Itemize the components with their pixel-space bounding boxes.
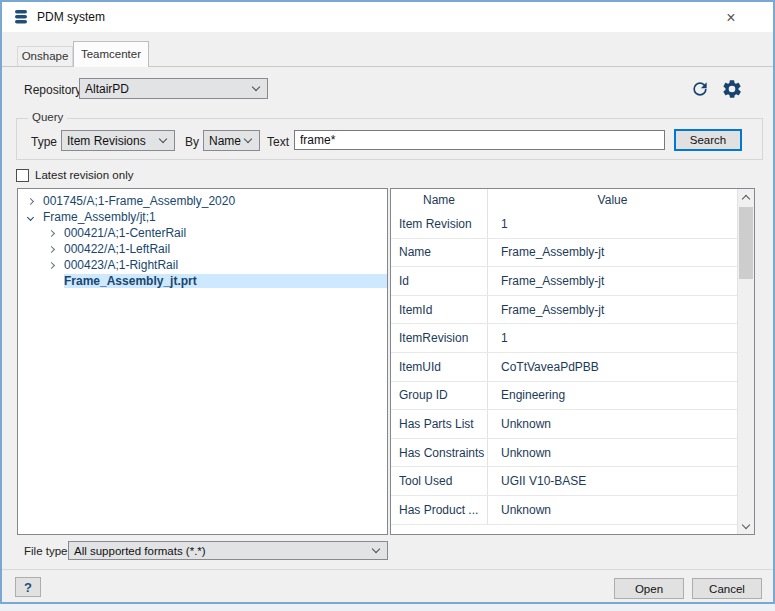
property-name-cell: Has Constraints xyxy=(391,439,488,467)
refresh-icon[interactable] xyxy=(690,79,710,103)
repository-dropdown[interactable]: AltairPD xyxy=(79,78,268,99)
table-row: ItemIdFrame_Assembly-jt xyxy=(391,296,737,325)
chevron-down-icon xyxy=(159,134,167,142)
table-header-row: NameValue xyxy=(391,189,737,210)
property-value-cell: Frame_Assembly-jt xyxy=(488,239,737,267)
database-icon xyxy=(13,9,29,25)
tree-item[interactable]: 000423/A;1-RightRail xyxy=(18,257,387,273)
property-name-cell: Tool Used xyxy=(391,467,488,495)
tab-teamcenter[interactable]: Teamcenter xyxy=(73,41,149,67)
file-type-dropdown[interactable]: All supported formats (*.*) xyxy=(68,541,388,560)
property-name-cell: ItemRevision xyxy=(391,324,488,352)
properties-panel: NameValueItem Revision1NameFrame_Assembl… xyxy=(390,188,755,535)
by-dropdown[interactable]: Name xyxy=(203,130,260,151)
help-button[interactable]: ? xyxy=(15,577,41,597)
property-value-cell: Unknown xyxy=(488,439,737,467)
table-row: Group IDEngineering xyxy=(391,382,737,411)
tree-indent xyxy=(49,279,54,284)
property-name-cell: Item Revision xyxy=(391,210,488,238)
property-value-cell: 1 xyxy=(488,324,737,352)
cancel-button[interactable]: Cancel xyxy=(692,578,762,599)
close-icon[interactable]: × xyxy=(721,8,741,28)
file-type-value: All supported formats (*.*) xyxy=(74,545,206,557)
chevron-right-icon[interactable] xyxy=(48,261,55,268)
table-row: ItemRevision1 xyxy=(391,324,737,353)
chevron-right-icon[interactable] xyxy=(27,197,34,204)
tree-item[interactable]: 000421/A;1-CenterRail xyxy=(18,225,387,241)
chevron-down-icon xyxy=(252,82,260,90)
chevron-right-icon[interactable] xyxy=(48,229,55,236)
chevron-down-icon xyxy=(372,544,380,552)
tab-onshape[interactable]: Onshape xyxy=(17,46,73,66)
by-label: By xyxy=(185,135,199,149)
tree-item[interactable]: Frame_Assembly/jt;1 xyxy=(18,209,387,225)
footer-separator xyxy=(2,569,773,570)
type-dropdown[interactable]: Item Revisions xyxy=(61,130,175,151)
property-value-cell: Unknown xyxy=(488,496,737,524)
query-group-label: Query xyxy=(28,111,67,123)
text-label: Text xyxy=(267,135,289,149)
table-row: Item Revision1 xyxy=(391,210,737,239)
column-header-value: Value xyxy=(488,189,737,210)
type-label: Type xyxy=(31,135,57,149)
tree-item-label: 000423/A;1-RightRail xyxy=(64,258,178,272)
property-name-cell: Name xyxy=(391,239,488,267)
scroll-down-icon[interactable] xyxy=(738,518,754,534)
table-row: Has ConstraintsUnknown xyxy=(391,439,737,468)
scrollbar[interactable] xyxy=(737,189,754,534)
property-value-cell: Frame_Assembly-jt xyxy=(488,296,737,324)
tree-item-label: Frame_Assembly/jt;1 xyxy=(43,210,156,224)
property-name-cell: Has Product ... xyxy=(391,496,488,524)
table-row: Tool UsedUGII V10-BASE xyxy=(391,467,737,496)
scroll-up-icon[interactable] xyxy=(738,189,754,205)
table-row: ItemUIdCoTtVaveaPdPBB xyxy=(391,353,737,382)
scroll-thumb[interactable] xyxy=(739,207,753,279)
chevron-right-icon[interactable] xyxy=(48,245,55,252)
property-name-cell: Has Parts List xyxy=(391,410,488,438)
property-value-cell: 1 xyxy=(488,210,737,238)
title-bar: PDM system × xyxy=(2,2,773,32)
tree-view[interactable]: 001745/A;1-Frame_Assembly_2020Frame_Asse… xyxy=(17,188,388,535)
property-value-cell: UGII V10-BASE xyxy=(488,467,737,495)
tree-item[interactable]: 001745/A;1-Frame_Assembly_2020 xyxy=(18,193,387,209)
column-header-name: Name xyxy=(391,189,488,210)
window-title: PDM system xyxy=(37,10,105,24)
repository-value: AltairPD xyxy=(85,82,129,96)
latest-revision-checkbox[interactable] xyxy=(16,169,29,182)
property-value-cell: CoTtVaveaPdPBB xyxy=(488,353,737,381)
by-value: Name xyxy=(209,134,241,148)
table-row: IdFrame_Assembly-jt xyxy=(391,267,737,296)
tree-item[interactable]: 000422/A;1-LeftRail xyxy=(18,241,387,257)
type-value: Item Revisions xyxy=(67,134,146,148)
property-name-cell: Id xyxy=(391,267,488,295)
gear-icon[interactable] xyxy=(721,78,743,104)
tree-item-label: Frame_Assembly_jt.prt xyxy=(64,274,387,288)
tree-item-label: 000421/A;1-CenterRail xyxy=(64,226,186,240)
file-type-label: File type xyxy=(24,545,67,557)
search-button[interactable]: Search xyxy=(674,129,742,151)
chevron-down-icon xyxy=(244,134,252,142)
chevron-down-icon[interactable] xyxy=(27,213,34,220)
property-name-cell: ItemId xyxy=(391,296,488,324)
property-value-cell: Unknown xyxy=(488,410,737,438)
table-row: Has Parts ListUnknown xyxy=(391,410,737,439)
repository-label: Repository xyxy=(24,83,81,97)
open-button[interactable]: Open xyxy=(614,578,684,599)
pdm-dialog-window: PDM system × Onshape Teamcenter Reposito… xyxy=(0,0,775,604)
tree-item-label: 001745/A;1-Frame_Assembly_2020 xyxy=(43,194,235,208)
table-row: Has Product ...Unknown xyxy=(391,496,737,525)
property-name-cell: Group ID xyxy=(391,382,488,410)
latest-revision-label: Latest revision only xyxy=(35,169,133,181)
tree-item[interactable]: Frame_Assembly_jt.prt xyxy=(18,273,387,289)
table-row: NameFrame_Assembly-jt xyxy=(391,239,737,268)
tree-item-label: 000422/A;1-LeftRail xyxy=(64,242,170,256)
search-text-input[interactable] xyxy=(294,130,665,150)
property-name-cell: ItemUId xyxy=(391,353,488,381)
property-value-cell: Frame_Assembly-jt xyxy=(488,267,737,295)
property-value-cell: Engineering xyxy=(488,382,737,410)
